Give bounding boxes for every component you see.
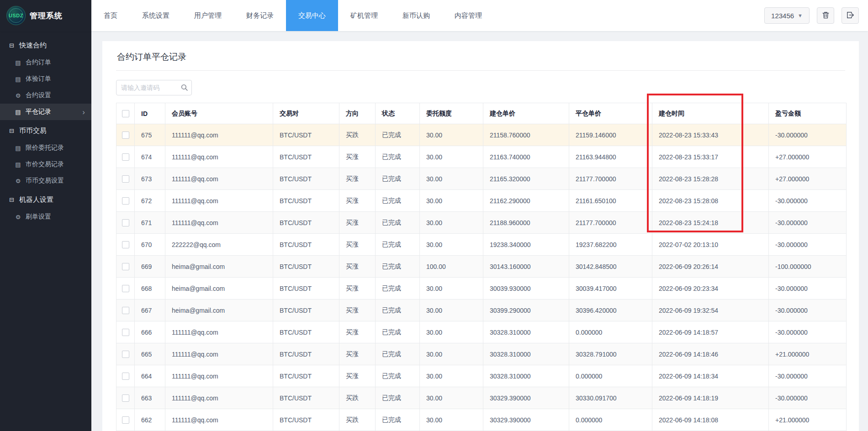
table-row: 664111111@qq.comBTC/USDT买涨已完成30.0030328.… <box>116 365 847 387</box>
cell-status: 已完成 <box>376 212 420 234</box>
brand-logo-icon: USDZ <box>6 6 26 25</box>
cell-account: 111111@qq.com <box>165 168 273 190</box>
sidebar-item[interactable]: ⚙币币交易设置 <box>0 173 91 189</box>
row-checkbox[interactable] <box>122 373 129 380</box>
cell-pair: BTC/USDT <box>273 256 339 278</box>
cell-amount: 30.00 <box>420 124 483 146</box>
row-checkbox[interactable] <box>122 351 129 358</box>
row-checkbox[interactable] <box>122 131 129 139</box>
cell-account: heima@gmail.com <box>165 300 273 321</box>
column-header: 方向 <box>339 103 376 124</box>
table-row: 673111111@qq.comBTC/USDT买涨已完成30.0021165.… <box>116 168 847 190</box>
table-row: 665111111@qq.comBTC/USDT买涨已完成30.0030328.… <box>116 343 847 365</box>
row-checkbox[interactable] <box>122 307 129 314</box>
sidebar-item[interactable]: ⚙合约设置 <box>0 87 91 104</box>
nav-item-5[interactable]: 矿机管理 <box>338 0 390 31</box>
cell-open_price: 30329.390000 <box>483 387 569 409</box>
cell-open_price: 21158.760000 <box>483 124 569 146</box>
column-header: 委托额度 <box>420 103 483 124</box>
column-header: 交易对 <box>273 103 339 124</box>
sidebar-item[interactable]: ▤限价委托记录 <box>0 140 91 156</box>
row-checkbox[interactable] <box>122 153 129 161</box>
cell-id: 674 <box>135 146 165 168</box>
cell-status: 已完成 <box>376 409 420 431</box>
table-row: 662111111@qq.comBTC/USDT买跌已完成30.0030329.… <box>116 409 847 431</box>
cell-amount: 30.00 <box>420 343 483 365</box>
cell-id: 665 <box>135 343 165 365</box>
cell-open_price: 21188.960000 <box>483 212 569 234</box>
table-row: 670222222@qq.comBTC/USDT买涨已完成30.0019238.… <box>116 234 847 256</box>
cell-direction: 买涨 <box>339 343 376 365</box>
nav-item-2[interactable]: 用户管理 <box>182 0 234 31</box>
cell-pnl: +21.000000 <box>769 343 847 365</box>
table-row: 675111111@qq.comBTC/USDT买跌已完成30.0021158.… <box>116 124 847 146</box>
cell-id: 667 <box>135 300 165 321</box>
sidebar-item[interactable]: ⚙刷单设置 <box>0 209 91 225</box>
sidebar-item-label: 刷单设置 <box>26 213 51 221</box>
collapse-icon: ⊟ <box>8 127 15 134</box>
cell-status: 已完成 <box>376 300 420 321</box>
sidebar-item[interactable]: ▤合约订单 <box>0 54 91 71</box>
cell-status: 已完成 <box>376 124 420 146</box>
column-header: 建仓时间 <box>652 103 769 124</box>
sidebar-section-0[interactable]: ⊟快速合约 <box>0 35 91 54</box>
sidebar-section-1[interactable]: ⊟币币交易 <box>0 120 91 140</box>
cell-amount: 30.00 <box>420 300 483 321</box>
cell-status: 已完成 <box>376 321 420 343</box>
cell-direction: 买涨 <box>339 278 376 300</box>
cell-id: 666 <box>135 321 165 343</box>
select-all-checkbox[interactable] <box>122 110 129 117</box>
nav-item-1[interactable]: 系统设置 <box>130 0 182 31</box>
cell-account: 111111@qq.com <box>165 321 273 343</box>
sidebar: ⊟快速合约▤合约订单▤体验订单⚙合约设置▤平仓记录›⊟币币交易▤限价委托记录▤市… <box>0 31 91 431</box>
sidebar-item-label: 合约订单 <box>26 58 51 67</box>
cell-open_price: 21163.740000 <box>483 146 569 168</box>
cell-account: 111111@qq.com <box>165 212 273 234</box>
sidebar-item[interactable]: ▤市价交易记录 <box>0 156 91 173</box>
sidebar-item[interactable]: ▤平仓记录› <box>0 104 91 120</box>
sidebar-section-2[interactable]: ⊟机器人设置 <box>0 189 91 209</box>
row-checkbox[interactable] <box>122 219 129 226</box>
cell-direction: 买涨 <box>339 256 376 278</box>
row-checkbox[interactable] <box>122 285 129 292</box>
cell-amount: 30.00 <box>420 409 483 431</box>
row-checkbox[interactable] <box>122 263 129 270</box>
search-icon[interactable] <box>180 84 188 93</box>
main-area: 合约订单平仓记录 ID会员 <box>91 31 868 431</box>
nav-item-4[interactable]: 交易中心 <box>286 0 338 31</box>
cell-account: 111111@qq.com <box>165 387 273 409</box>
logout-icon <box>846 11 854 21</box>
sidebar-section-title: 机器人设置 <box>19 195 53 204</box>
cell-amount: 30.00 <box>420 212 483 234</box>
nav-item-7[interactable]: 内容管理 <box>442 0 494 31</box>
cell-pnl: -30.000000 <box>769 212 847 234</box>
cell-open_price: 30328.310000 <box>483 343 569 365</box>
cell-account: 111111@qq.com <box>165 124 273 146</box>
table-row: 669heima@gmail.comBTC/USDT买涨已完成100.00301… <box>116 256 847 278</box>
nav-item-3[interactable]: 财务记录 <box>234 0 286 31</box>
cell-close_price: 21163.944800 <box>569 146 652 168</box>
cell-id: 672 <box>135 190 165 212</box>
cell-pair: BTC/USDT <box>273 168 339 190</box>
cell-pnl: -30.000000 <box>769 124 847 146</box>
row-checkbox[interactable] <box>122 175 129 183</box>
cell-pnl: -30.000000 <box>769 365 847 387</box>
nav-item-0[interactable]: 首页 <box>91 0 130 31</box>
trash-button[interactable] <box>817 7 834 24</box>
cell-direction: 买涨 <box>339 365 376 387</box>
logout-button[interactable] <box>842 7 859 24</box>
column-header: 状态 <box>376 103 420 124</box>
row-checkbox[interactable] <box>122 416 129 424</box>
cell-close_price: 0.000000 <box>569 409 652 431</box>
nav-item-6[interactable]: 新币认购 <box>390 0 442 31</box>
user-dropdown[interactable]: 123456 ▼ <box>764 7 810 24</box>
table-row: 672111111@qq.comBTC/USDT买涨已完成30.0021162.… <box>116 190 847 212</box>
row-checkbox[interactable] <box>122 241 129 248</box>
row-checkbox[interactable] <box>122 394 129 402</box>
cell-amount: 30.00 <box>420 190 483 212</box>
row-checkbox[interactable] <box>122 329 129 336</box>
sidebar-item[interactable]: ▤体验订单 <box>0 71 91 87</box>
cell-account: heima@gmail.com <box>165 256 273 278</box>
cell-pair: BTC/USDT <box>273 278 339 300</box>
row-checkbox[interactable] <box>122 197 129 205</box>
